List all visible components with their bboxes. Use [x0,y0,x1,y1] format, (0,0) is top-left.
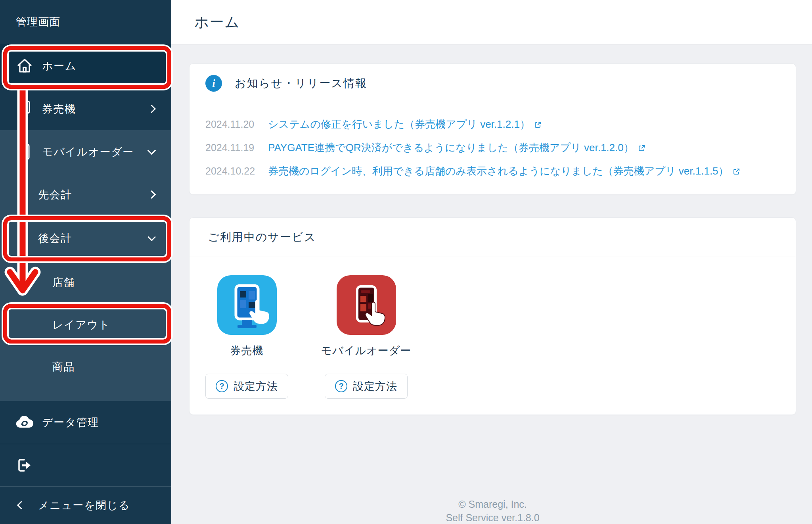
home-icon [15,58,34,74]
ticket-machine-app-icon[interactable] [217,275,277,335]
setup-guide-label: 設定方法 [353,379,397,393]
service-mobile-order: モバイルオーダー ? 設定方法 [325,275,408,399]
sidebar-item-label: モバイルオーダー [42,145,134,159]
page-title: ホーム [194,13,240,32]
sidebar-item-label: ホーム [42,59,77,73]
service-ticket-machine: 券売機 ? 設定方法 [205,275,288,399]
sidebar-item-data-management[interactable]: データ管理 [0,401,171,444]
sidebar-item-label: 後会計 [38,231,72,246]
announcement-link[interactable]: 券売機のログイン時、利用できる店舗のみ表示されるようになりました（券売機アプリ … [268,164,740,178]
footer: © Smaregi, Inc. Self Service ver.1.8.0 [189,497,796,524]
announcements-title: お知らせ・リリース情報 [235,76,367,91]
sidebar-item-label: 先会計 [38,188,72,202]
announcement-list: 2024.11.20 システムの修正を行いました（券売機アプリ ver.1.2.… [190,103,796,194]
sidebar-item-label: 店舗 [52,275,75,290]
sidebar-item-ticket-machine[interactable]: 券売機 [0,88,171,130]
page-header: ホーム [171,0,812,45]
question-icon: ? [216,380,228,392]
sidebar-item-label: レイアウト [52,318,110,332]
chevron-down-icon [147,146,156,154]
announcements-card-header: i お知らせ・リリース情報 [190,64,796,103]
announcement-row: 2024.11.19 PAYGATE連携でQR決済ができるようになりました（券売… [205,141,780,154]
announcement-row: 2024.10.22 券売機のログイン時、利用できる店舗のみ表示されるようになり… [205,164,780,178]
footer-copyright: © Smaregi, Inc. [189,497,796,511]
announcement-date: 2024.11.19 [205,141,256,154]
sidebar-item-product[interactable]: 商品 [0,345,171,388]
sidebar-item-mobile-order[interactable]: モバイルオーダー [0,130,171,173]
sidebar-item-label: メニューを閉じる [15,498,130,512]
sidebar-item-label: データ管理 [42,415,99,430]
announcement-link[interactable]: PAYGATE連携でQR決済ができるようになりました（券売機アプリ ver.1.… [268,141,645,154]
content-area: i お知らせ・リリース情報 2024.11.20 システムの修正を行いました（券… [171,45,812,524]
services-body: 券売機 ? 設定方法 [190,257,796,415]
services-card: ご利用中のサービス [189,217,796,415]
sidebar: 管理画面 ホーム 券売機 [0,0,171,524]
logout-icon [15,458,34,473]
sidebar-item-logout[interactable] [0,444,171,486]
mobile-order-icon [15,143,34,161]
setup-guide-button[interactable]: ? 設定方法 [325,374,408,399]
cloud-sync-icon [15,415,34,430]
external-link-icon [638,144,645,152]
sidebar-brand-title: 管理画面 [0,0,171,44]
announcement-date: 2024.11.20 [205,117,256,131]
mobile-order-app-icon[interactable] [337,275,396,335]
sidebar-submenu-group: モバイルオーダー 先会計 後会計 店舗 レイアウト 商品 [0,130,171,401]
sidebar-item-pre-payment[interactable]: 先会計 [0,173,171,216]
services-card-header: ご利用中のサービス [190,218,796,257]
info-icon: i [205,75,222,92]
service-label: モバイルオーダー [321,344,412,358]
announcements-card: i お知らせ・リリース情報 2024.11.20 システムの修正を行いました（券… [189,63,796,195]
service-label: 券売機 [230,344,264,358]
question-icon: ? [335,380,347,392]
announcement-date: 2024.10.22 [205,164,256,178]
sidebar-item-post-payment[interactable]: 後会計 [0,216,171,261]
sidebar-item-close-menu[interactable]: メニューを閉じる [0,486,171,524]
chevron-right-icon [147,104,156,113]
sidebar-item-layout[interactable]: レイアウト [0,304,171,345]
main-content: ホーム i お知らせ・リリース情報 2024.11.20 システムの修正を行いま… [171,0,812,524]
chevron-down-icon [147,233,156,241]
admin-app: 管理画面 ホーム 券売機 [0,0,812,524]
chevron-right-icon [147,190,156,199]
external-link-icon [534,121,542,129]
ticket-machine-icon [15,100,34,118]
external-link-icon [733,168,740,175]
services-title: ご利用中のサービス [208,230,316,245]
sidebar-item-store[interactable]: 店舗 [0,261,171,304]
announcement-link[interactable]: システムの修正を行いました（券売機アプリ ver.1.2.1） [268,117,542,131]
sidebar-item-label: 券売機 [42,102,76,116]
footer-version: Self Service ver.1.8.0 [189,511,796,524]
sidebar-item-label: 商品 [52,360,75,374]
setup-guide-label: 設定方法 [234,379,278,393]
announcement-row: 2024.11.20 システムの修正を行いました（券売機アプリ ver.1.2.… [205,117,780,131]
sidebar-item-home[interactable]: ホーム [0,44,171,88]
setup-guide-button[interactable]: ? 設定方法 [205,374,288,399]
